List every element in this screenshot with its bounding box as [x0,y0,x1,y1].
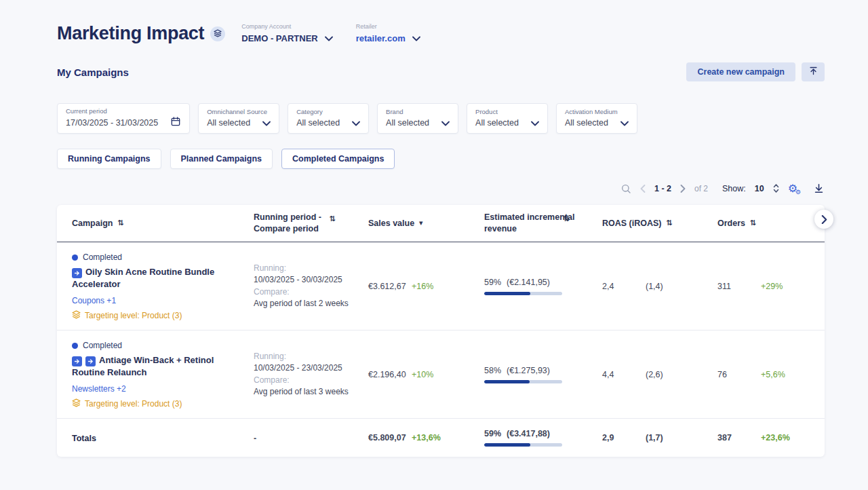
campaign-channel-icon [72,268,82,278]
totals-label: Totals [72,434,96,443]
page-size-value[interactable]: 10 [755,184,764,193]
activation-medium-filter[interactable]: Activation Medium All selected [556,103,637,134]
incremental-progress-bar [484,380,562,383]
orders-delta: +5,6% [761,370,785,379]
topbar: Marketing Impact Company Account DEMO - … [57,23,825,44]
sales-value-cell: €2.196,40 +10% [353,370,469,379]
download-icon[interactable] [813,183,825,194]
campaign-cell: Completed Antiage Win-Back + Retinol Rou… [57,331,239,418]
status-badge: Completed [72,252,239,262]
iroas-value: (2,6) [646,370,663,379]
column-header-incremental[interactable]: Estimated incremental revenue ⇅ [469,205,587,242]
campaign-cell: Completed Oily Skin Acne Routine Bundle … [57,242,239,330]
campaign-name: Oily Skin Acne Routine Bundle Accelerato… [72,266,239,290]
table-row[interactable]: Completed Oily Skin Acne Routine Bundle … [57,242,825,331]
sort-icon[interactable]: ⇅ [564,214,570,225]
scroll-top-button[interactable] [802,62,825,81]
column-label: Sales value [368,218,414,229]
page-prev-icon[interactable] [640,185,646,193]
create-campaign-button[interactable]: Create new campaign [686,62,795,81]
chevron-down-icon [325,32,333,44]
company-account-selector[interactable]: Company Account DEMO - PARTNER [241,23,332,44]
retailer-label: Retailer [356,23,420,30]
totals-sales-cell: €5.809,07 +13,6% [353,433,469,442]
page-size-stepper[interactable] [773,183,779,193]
column-header-running-period[interactable]: Running period - Compare period ⇅ [239,205,353,242]
company-account-value: DEMO - PARTNER [241,33,317,43]
period-cell: Running: 10/03/2025 - 23/03/2025 Compare… [239,351,353,398]
table-controls: 1 - 2 of 2 Show: 10 ⚙⚙ [57,183,825,194]
tab-running-campaigns[interactable]: Running Campaigns [57,149,161,169]
status-dot-icon [72,343,78,349]
retailer-value: retailer.com [356,33,406,43]
totals-row: Totals - €5.809,07 +13,6% 59% (€3.417,88… [57,419,825,457]
filter-label: Activation Medium [565,108,629,115]
sort-desc-icon[interactable]: ▾ [419,219,423,229]
page-total: of 2 [694,184,708,193]
column-header-orders[interactable]: Orders ⇅ [703,205,825,242]
filter-label: Product [475,108,539,115]
targeting-layers-icon [72,310,81,321]
page: Marketing Impact Company Account DEMO - … [0,0,868,457]
chevron-down-icon [352,117,360,129]
page-range: 1 - 2 [654,184,671,193]
column-header-sales-value[interactable]: Sales value ▾ [353,205,469,242]
section-bar: My Campaigns Create new campaign [57,62,825,81]
status-badge: Completed [72,341,239,350]
orders-cell: 76 +5,6% [703,370,825,379]
roas-cell: 2,4 (1,4) [587,282,703,291]
sort-icon[interactable]: ⇅ [667,219,673,229]
filter-label: Brand [386,108,450,115]
current-period-filter[interactable]: Current period 17/03/2025 - 31/03/2025 [57,103,190,134]
sort-icon[interactable]: ⇅ [750,219,756,229]
column-header-roas[interactable]: ROAS (iROAS) ⇅ [587,205,703,242]
table-header-row: Campaign ⇅ Running period - Compare peri… [57,205,825,242]
totals-roas-cell: 2,9 (1,7) [587,433,703,442]
table-row[interactable]: Completed Antiage Win-Back + Retinol Rou… [57,331,825,419]
column-label: Orders [717,218,745,229]
targeting-level: Targeting level: Product (3) [72,398,239,409]
table-settings-icon[interactable]: ⚙⚙ [788,183,797,194]
campaign-tabs: Running Campaigns Planned Campaigns Comp… [57,149,825,169]
filter-value: All selected [386,118,429,128]
filter-value: All selected [565,118,608,128]
retailer-selector[interactable]: Retailer retailer.com [356,23,420,44]
channels-link[interactable]: Newsletters +2 [72,384,126,394]
tab-planned-campaigns[interactable]: Planned Campaigns [170,149,273,169]
chevron-down-icon [531,117,539,129]
channels-link[interactable]: Coupons +1 [72,296,116,305]
page-next-icon[interactable] [680,185,686,193]
column-label: Campaign [72,218,113,229]
targeting-level: Targeting level: Product (3) [72,310,239,321]
column-label: ROAS (iROAS) [602,218,662,229]
status-label: Completed [83,341,122,350]
info-badge[interactable] [210,26,225,41]
sort-icon[interactable]: ⇅ [330,214,336,225]
chevron-down-icon [441,117,450,129]
incremental-cell: 58% (€1.275,93) [469,366,587,383]
status-label: Completed [83,252,122,262]
column-header-campaign[interactable]: Campaign ⇅ [57,205,239,242]
sort-icon[interactable]: ⇅ [117,219,123,229]
roas-cell: 4,4 (2,6) [587,370,703,379]
filter-value: All selected [207,118,250,128]
sales-value-cell: €3.612,67 +16% [353,282,469,291]
brand-filter[interactable]: Brand All selected [377,103,458,134]
omnichannel-source-filter[interactable]: Omnichannel Source All selected [198,103,279,134]
filter-label: Category [296,108,360,115]
filter-value: 17/03/2025 - 31/03/2025 [66,118,158,128]
chevron-down-icon [620,117,629,129]
campaign-channel-icon [72,356,82,366]
chevron-down-icon [412,32,420,44]
arrow-up-to-line-icon [808,66,818,78]
incremental-progress-bar [484,292,562,295]
filter-bar: Current period 17/03/2025 - 31/03/2025 O… [57,103,825,134]
category-filter[interactable]: Category All selected [288,103,369,134]
search-icon[interactable] [620,183,631,194]
page-title: Marketing Impact [57,23,204,44]
incremental-cell: 59% (€2.141,95) [469,278,587,295]
totals-period: - [254,434,256,443]
totals-orders-cell: 387 +23,6% [703,433,825,442]
tab-completed-campaigns[interactable]: Completed Campaigns [281,149,395,169]
product-filter[interactable]: Product All selected [467,103,548,134]
